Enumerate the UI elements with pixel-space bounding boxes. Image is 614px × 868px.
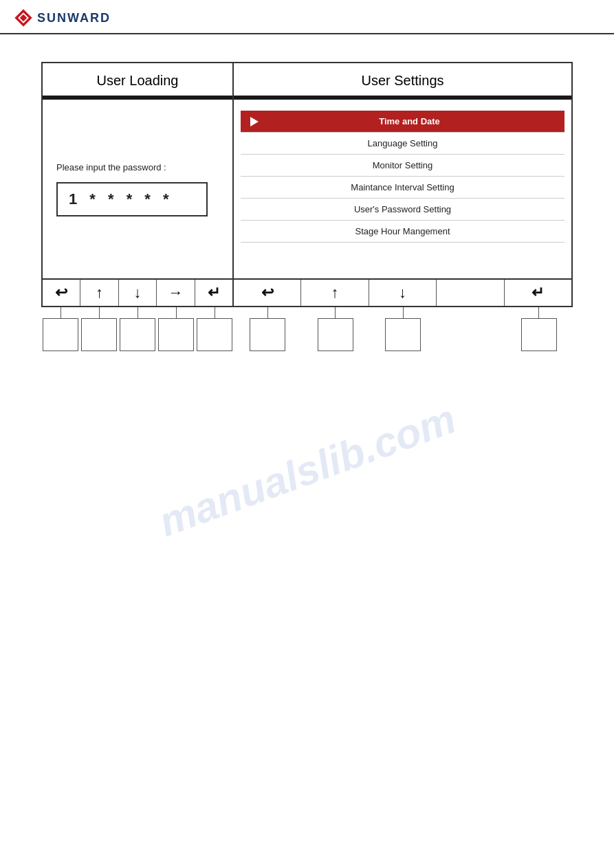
right-up-button[interactable]: ↑ xyxy=(301,280,369,306)
left-key-box-5-col xyxy=(195,307,234,351)
settings-menu-item-3[interactable]: Maintance Interval Setting xyxy=(241,177,564,199)
right-key-box-1-col xyxy=(234,307,302,351)
settings-menu-item-1[interactable]: Language Setting xyxy=(241,133,564,155)
right-back-button[interactable]: ↩ xyxy=(234,280,301,306)
menu-item-label-5: Stage Hour Mangement xyxy=(250,226,555,236)
up-icon: ↑ xyxy=(96,285,103,300)
password-input[interactable]: 1 * * * * * xyxy=(56,182,208,216)
back-icon-r: ↩ xyxy=(261,285,274,300)
right-panel-body: Time and DateLanguage SettingMonitor Set… xyxy=(234,100,571,278)
main-content: User Loading Please input the password :… xyxy=(0,34,614,365)
connector-line xyxy=(61,307,61,318)
connector-line xyxy=(99,307,100,318)
back-icon: ↩ xyxy=(55,285,67,300)
active-arrow-icon xyxy=(250,117,259,126)
left-panel-body: Please input the password : 1 * * * * * xyxy=(43,100,232,278)
key-boxes-section xyxy=(41,307,573,351)
right-key-box-5-col xyxy=(505,307,573,351)
connector-line xyxy=(403,307,404,318)
right-panel-title: User Settings xyxy=(234,63,571,96)
settings-menu-item-6[interactable] xyxy=(241,243,564,254)
right-key-boxes xyxy=(234,307,573,351)
left-enter-button[interactable]: ↵ xyxy=(195,280,232,306)
settings-menu: Time and DateLanguage SettingMonitor Set… xyxy=(241,111,564,254)
left-key-box-1-col xyxy=(41,307,80,351)
settings-menu-item-4[interactable]: User's Password Setting xyxy=(241,199,564,221)
left-key-box-1 xyxy=(43,318,78,351)
left-key-box-4 xyxy=(158,318,194,351)
toolbar-right: ↩ ↑ ↓ ↵ xyxy=(234,280,573,307)
enter-icon: ↵ xyxy=(208,285,220,300)
panels-row: User Loading Please input the password :… xyxy=(41,62,573,280)
logo-icon xyxy=(14,8,33,27)
left-right-button[interactable]: → xyxy=(157,280,195,306)
logo-area: SUNWARD xyxy=(14,8,111,27)
left-key-box-3 xyxy=(120,318,155,351)
left-key-box-5 xyxy=(197,318,232,351)
right-blank-button[interactable] xyxy=(437,280,504,306)
right-key-box-3 xyxy=(385,318,421,351)
right-enter-button[interactable]: ↵ xyxy=(505,280,571,306)
menu-item-label-3: Maintance Interval Setting xyxy=(250,182,555,192)
down-icon: ↓ xyxy=(134,285,142,300)
settings-menu-item-0[interactable]: Time and Date xyxy=(241,111,564,133)
menu-item-label-0: Time and Date xyxy=(264,116,555,126)
up-icon-r: ↑ xyxy=(331,285,339,300)
left-down-button[interactable]: ↓ xyxy=(119,280,157,306)
left-panel-title: User Loading xyxy=(43,63,232,96)
left-key-box-4-col xyxy=(157,307,195,351)
right-icon: → xyxy=(168,285,183,300)
left-key-box-3-col xyxy=(118,307,157,351)
right-key-box-2-col xyxy=(302,307,370,351)
password-label: Please input the password : xyxy=(56,162,166,173)
menu-item-label-2: Monitor Setting xyxy=(250,160,555,170)
right-key-box-4-gap xyxy=(437,307,505,351)
toolbar-left: ↩ ↑ ↓ → ↵ xyxy=(41,280,234,307)
settings-menu-item-2[interactable]: Monitor Setting xyxy=(241,155,564,177)
right-key-box-2 xyxy=(318,318,353,351)
left-key-box-2-col xyxy=(80,307,118,351)
left-key-boxes xyxy=(41,307,234,351)
right-key-box-5 xyxy=(521,318,557,351)
menu-item-label-4: User's Password Setting xyxy=(250,204,555,214)
connector-line xyxy=(215,307,215,318)
right-panel: User Settings Time and DateLanguage Sett… xyxy=(234,62,573,280)
right-down-button[interactable]: ↓ xyxy=(369,280,437,306)
connector-line xyxy=(176,307,177,318)
settings-menu-item-5[interactable]: Stage Hour Mangement xyxy=(241,221,564,243)
connector-line xyxy=(335,307,336,318)
connector-line xyxy=(138,307,138,318)
logo-text: SUNWARD xyxy=(37,11,111,25)
right-key-box-1 xyxy=(250,318,285,351)
down-icon-r: ↓ xyxy=(399,285,406,300)
left-up-button[interactable]: ↑ xyxy=(80,280,118,306)
left-back-button[interactable]: ↩ xyxy=(43,280,80,306)
left-panel: User Loading Please input the password :… xyxy=(41,62,234,280)
menu-item-label-1: Language Setting xyxy=(250,138,555,148)
watermark: manualslib.com xyxy=(153,395,462,546)
left-key-box-2 xyxy=(81,318,117,351)
connector-line xyxy=(538,307,539,318)
connector-line xyxy=(267,307,268,318)
toolbar-row: ↩ ↑ ↓ → ↵ ↩ ↑ ↓ xyxy=(41,280,573,307)
right-key-box-3-col xyxy=(369,307,437,351)
header: SUNWARD xyxy=(0,0,614,34)
enter-icon-r: ↵ xyxy=(531,285,544,300)
